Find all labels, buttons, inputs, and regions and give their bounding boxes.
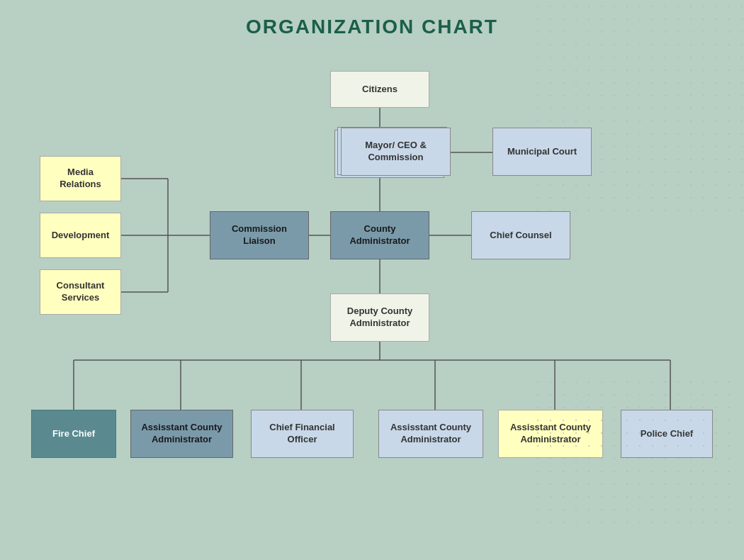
page-title: ORGANIZATION CHART: [0, 0, 744, 38]
cfo-box: Chief Financial Officer: [251, 410, 354, 458]
municipal-court-box: Municipal Court: [492, 128, 592, 176]
county-admin-box: County Administrator: [330, 211, 429, 259]
police-chief-box: Police Chief: [621, 410, 713, 458]
development-box: Development: [40, 213, 121, 258]
asst-admin-1-box: Assisstant County Administrator: [130, 410, 233, 458]
asst-admin-3-box: Assisstant County Administrator: [498, 410, 603, 458]
fire-chief-box: Fire Chief: [31, 410, 116, 458]
deputy-county-admin-box: Deputy County Administrator: [330, 293, 429, 342]
consultant-services-box: Consultant Services: [40, 269, 121, 315]
mayor-box: Mayor/ CEO & Commission: [341, 128, 451, 176]
chief-counsel-box: Chief Counsel: [471, 211, 570, 259]
citizens-box: Citizens: [330, 71, 429, 108]
asst-admin-2-box: Assisstant County Administrator: [378, 410, 483, 458]
media-relations-box: Media Relations: [40, 156, 121, 201]
commission-liaison-box: Commission Liaison: [210, 211, 309, 259]
